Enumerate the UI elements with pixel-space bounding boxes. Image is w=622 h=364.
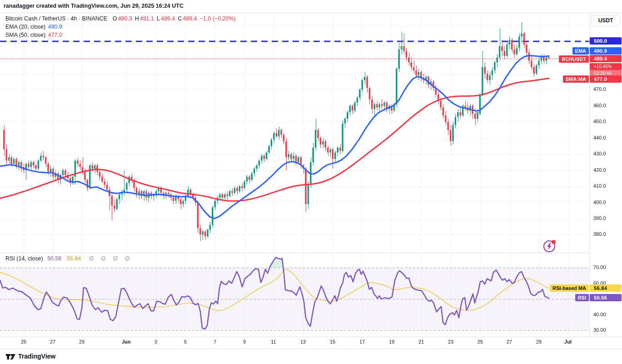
time-tick: 29 [536,339,542,344]
close-value: 489.4 [183,15,197,22]
price-tick: 390.0 [593,215,606,221]
change-value: −1.0 (−0.20%) [200,15,236,22]
rsi-tag[interactable]: RSI [575,294,589,301]
notification-dot [552,240,556,244]
price-tick: 420.0 [593,167,606,173]
price-tick: 380.0 [593,231,606,237]
high-value: 491.1 [140,15,154,22]
sma-value: 477.0 [48,32,62,38]
open-label: O [113,15,117,22]
symbol-legend-row[interactable]: Bitcoin Cash / TetherUS · 4h · BINANCE O… [5,15,236,23]
tradingview-logo[interactable] [6,353,16,360]
ema-value: 490.9 [48,24,62,30]
rsi-ma-value: 56.84 [67,255,81,262]
symbol-title[interactable]: Bitcoin Cash / TetherUS · 4h · BINANCE [5,15,107,22]
rsi-title[interactable]: RSI (14, close) [5,255,43,262]
time-tick: 13 [300,339,306,344]
time-tick: 3 [154,339,157,344]
open-value: 490.3 [118,15,132,22]
time-tick: 29 [79,339,85,344]
time-tick: 9 [243,339,246,344]
time-tick: 23 [448,339,453,344]
low-label: L [157,15,160,22]
ema-legend-row[interactable]: EMA (20, close) 490.9 [5,23,236,31]
price-tick: 470.0 [593,86,606,92]
price-tick: 460.0 [593,103,606,108]
rsi-value: 50.56 [47,255,61,262]
sma-label[interactable]: SMA (50, close) [5,32,45,38]
time-tick: 19 [389,339,394,344]
rsi-tick: 30.00 [593,327,606,333]
rsi-tick: 70.00 [593,264,606,270]
change-pct-axis-label: +10.45% [590,63,622,70]
time-tick: 17 [359,339,365,344]
low-value: 489.4 [161,15,175,22]
last-price-axis-label: 489.4 [590,55,622,62]
rsi-ma-tag[interactable]: RSI-based MA [550,284,589,292]
time-tick: 7 [214,339,216,344]
rsi-legend[interactable]: RSI (14, close) 50.56 56.84 ∅ ∅ ∅ ∅ [5,255,133,262]
time-tick: 5 [184,339,187,344]
rsi-ma-axis-value: 56.84 [590,284,622,292]
price-tick: 440.0 [593,135,606,140]
credit-line: ranadagger created with TradingView.com,… [4,3,184,9]
price-tick: 450.0 [593,119,606,124]
tradingview-brand-text[interactable]: TradingView [18,353,55,360]
time-tick: 25 [478,339,483,344]
currency-toggle-button[interactable]: USDT [591,15,620,26]
time-tick: 25 [21,339,26,344]
time-tick: 15 [330,339,335,344]
price-tick: 430.0 [593,151,606,156]
symbol-tag[interactable]: BCHUSDT [559,55,589,63]
ema-label[interactable]: EMA (20, close) [5,24,45,30]
sma-tag[interactable]: SMA:MA [563,75,589,83]
time-tick: 27 [50,339,55,344]
footer-bar: TradingView [0,349,622,364]
tradingview-chart-window: ranadagger created with TradingView.com,… [0,0,622,364]
rsi-hidden-bands: ∅ ∅ ∅ ∅ [89,255,133,262]
rsi-axis-value: 50.56 [590,294,622,301]
chart-canvas[interactable] [0,0,622,364]
price-tick: 400.0 [593,199,606,205]
time-tick: Jul [564,339,572,344]
rsi-tick: 40.00 [593,312,606,317]
chart-legend: Bitcoin Cash / TetherUS · 4h · BINANCE O… [5,15,236,40]
close-label: C [178,15,182,22]
level-500-axis-label[interactable]: 500.0 [590,37,622,45]
high-label: H [135,15,139,22]
time-tick: 21 [418,339,424,344]
ema-axis-value: 490.9 [590,47,622,55]
price-tick: 410.0 [593,183,606,189]
sma-legend-row[interactable]: SMA (50, close) 477.0 [5,31,236,39]
time-tick: 11 [271,339,276,344]
sma-axis-value: 477.0 [590,75,622,83]
time-tick: 27 [507,339,512,344]
flash-lightning-icon[interactable] [543,240,555,252]
time-tick: Jun [122,339,131,344]
ema-tag[interactable]: EMA [572,47,589,55]
